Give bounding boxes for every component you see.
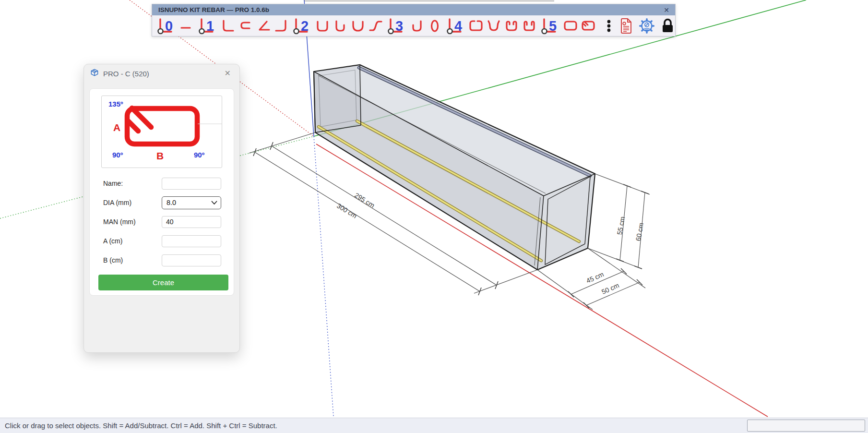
svg-text:0: 0 [165, 18, 173, 34]
rebar-j-hook-icon[interactable] [332, 16, 348, 36]
lock-icon[interactable] [659, 16, 676, 36]
rebar-u-round-icon[interactable] [350, 16, 366, 36]
rebar-shape-dialog: PRO - C (520) ✕ 135º A 90º B 90º Name: D… [83, 64, 240, 353]
rebar-c-hook-icon[interactable] [238, 16, 254, 36]
rebar-marker-5-icon[interactable]: 5 [539, 16, 561, 36]
rebar-l-bend-mirror-icon[interactable] [273, 16, 289, 36]
rebar-u-hooks-icon[interactable] [503, 16, 520, 36]
rebar-marker-0-icon[interactable]: 0 [155, 16, 177, 36]
dia-select[interactable]: 8.0 [162, 196, 221, 209]
dia-label: DIA (mm) [103, 199, 162, 206]
toolbar-close-icon[interactable]: ✕ [663, 7, 670, 13]
dialog-title: PRO - C (520) [103, 70, 222, 78]
create-button[interactable]: Create [98, 275, 228, 290]
status-message: Click or drag to select objects. Shift =… [0, 418, 868, 433]
svg-text:2: 2 [301, 18, 309, 34]
toolbar-icons: 012345 [152, 15, 675, 36]
toolbar-title: ISNUPNO KIT REBAR — PRO 1.0.6b [158, 6, 663, 13]
a-label: A (cm) [103, 237, 162, 245]
rebar-l-bend-icon[interactable] [220, 16, 236, 36]
stirrup-diagram: 135º A 90º B 90º [101, 96, 222, 168]
man-label: MAN (mm) [103, 218, 162, 226]
toolbar-titlebar[interactable]: ISNUPNO KIT REBAR — PRO 1.0.6b ✕ [152, 4, 675, 15]
dialog-header: PRO - C (520) ✕ [84, 64, 239, 83]
beam-3d [314, 65, 595, 270]
dia-select-value: 8.0 [166, 199, 211, 206]
rebar-marker-4-icon[interactable]: 4 [444, 16, 466, 36]
rebar-marker-1-icon[interactable]: 1 [196, 16, 218, 36]
rebar-u-square-icon[interactable] [314, 16, 331, 36]
dialog-card: 135º A 90º B 90º Name: DIA (mm) 8.0 [89, 88, 234, 296]
b-label: B (cm) [103, 256, 162, 264]
diagram-angle-135: 135º [108, 100, 123, 108]
dialog-close-icon[interactable]: ✕ [222, 69, 234, 78]
svg-text:3: 3 [395, 18, 403, 34]
kebab-menu-icon[interactable] [604, 16, 614, 36]
a-input[interactable] [162, 235, 221, 247]
name-label: Name: [103, 180, 162, 187]
chevron-down-icon [211, 201, 217, 205]
svg-text:4: 4 [454, 18, 462, 34]
diagram-label-a: A [113, 122, 120, 133]
rebar-straight-icon[interactable] [178, 16, 195, 36]
rebar-marker-2-icon[interactable]: 2 [291, 16, 313, 36]
dialog-form: Name: DIA (mm) 8.0 MAN (mm) A (cm) [90, 168, 234, 267]
rebar-stirrup-hook-icon[interactable] [580, 16, 596, 36]
man-input[interactable] [162, 216, 221, 228]
svg-text:1: 1 [206, 18, 214, 34]
rebar-loop-icon[interactable] [427, 16, 443, 36]
svg-text:5: 5 [549, 18, 557, 34]
rebar-stirrup-open-icon[interactable] [468, 16, 484, 36]
status-bar: Click or drag to select objects. Shift =… [0, 418, 868, 433]
settings-gear-icon[interactable] [638, 16, 655, 36]
rebar-angle-icon[interactable] [255, 16, 272, 36]
rebar-u-flare-icon[interactable] [486, 16, 502, 36]
rebar-stirrup-closed-icon[interactable] [562, 16, 579, 36]
sketchup-logo-icon [90, 68, 99, 79]
name-input[interactable] [162, 178, 221, 190]
diagram-angle-90-right: 90º [194, 151, 204, 159]
rebar-u-hooks-wide-icon[interactable] [521, 16, 537, 36]
rebar-j-hook-left-icon[interactable] [409, 16, 425, 36]
measurements-box[interactable] [747, 420, 865, 432]
diagram-label-b: B [156, 150, 164, 162]
diagram-angle-90-left: 90º [112, 151, 123, 159]
rebar-toolbar: ISNUPNO KIT REBAR — PRO 1.0.6b ✕ 012345 [152, 4, 676, 36]
report-document-icon[interactable] [618, 16, 634, 36]
b-input[interactable] [162, 254, 221, 266]
rebar-marker-3-icon[interactable]: 3 [385, 16, 407, 36]
rebar-s-offset-icon[interactable] [368, 16, 384, 36]
